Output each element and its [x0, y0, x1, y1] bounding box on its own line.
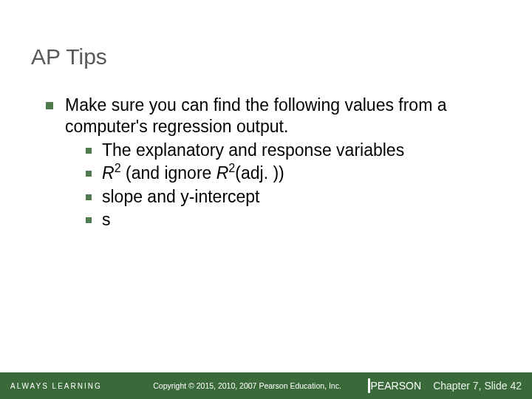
r-symbol: R — [216, 163, 229, 183]
square-bullet-icon — [46, 102, 53, 109]
list-item-text: slope and y-intercept — [102, 186, 504, 208]
pearson-logo: PEARSON — [368, 372, 421, 399]
copyright-text: Copyright © 2015, 2010, 2007 Pearson Edu… — [153, 381, 341, 390]
list-item-text: Make sure you can find the following val… — [65, 95, 504, 138]
pearson-bar-icon — [368, 378, 370, 393]
list-item: slope and y-intercept — [86, 186, 504, 208]
chapter-slide-number: Chapter 7, Slide 42 — [433, 380, 522, 392]
footer-bar: ALWAYS LEARNING Copyright © 2015, 2010, … — [0, 372, 532, 399]
list-item: The explanatory and response variables — [86, 140, 504, 161]
text-fragment: (and ignore — [121, 163, 216, 183]
square-bullet-icon — [86, 148, 92, 154]
list-item: R2 (and ignore R2(adj. )) — [86, 163, 504, 184]
sublist: The explanatory and response variables R… — [86, 140, 504, 231]
slide-title: AP Tips — [31, 44, 107, 69]
text-fragment: (adj. )) — [235, 163, 284, 183]
superscript: 2 — [228, 162, 235, 175]
list-item-text: s — [102, 209, 504, 231]
always-learning-logo: ALWAYS LEARNING — [10, 382, 102, 390]
list-item: Make sure you can find the following val… — [46, 95, 504, 138]
pearson-brand-text: PEARSON — [371, 380, 421, 392]
list-item-text: R2 (and ignore R2(adj. )) — [102, 163, 504, 184]
superscript: 2 — [115, 162, 121, 175]
square-bullet-icon — [86, 194, 92, 200]
square-bullet-icon — [86, 217, 92, 223]
slide: AP Tips Make sure you can find the follo… — [0, 0, 532, 399]
r-symbol: R — [102, 163, 115, 183]
list-item-text: The explanatory and response variables — [102, 140, 504, 161]
list-item: s — [86, 209, 504, 231]
slide-body: Make sure you can find the following val… — [46, 95, 504, 231]
square-bullet-icon — [86, 171, 92, 177]
